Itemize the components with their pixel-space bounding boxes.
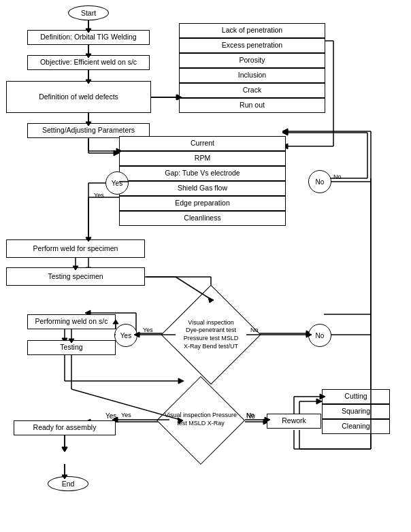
param-edge: Edge preparation — [119, 196, 286, 211]
param-clean: Cleanliness — [119, 211, 286, 226]
ready-assembly-box: Ready for assembly — [14, 420, 116, 435]
svg-text:Yes: Yes — [143, 327, 153, 333]
weld-defects-box: Definition of weld defects — [6, 81, 151, 113]
yes-circle-2: Yes — [114, 324, 137, 347]
param-shield: Shield Gas flow — [119, 181, 286, 196]
defect-excess: Excess penetration — [179, 38, 325, 53]
svg-text:No: No — [333, 173, 342, 180]
big-diamond-1: Visual inspection Dye-penetrant test Pre… — [176, 299, 246, 370]
perform-weld-box: Perform weld for specimen — [6, 239, 145, 258]
performing-weld-sc-box: Performing weld on s/c — [27, 314, 116, 329]
bottom-diamond: Visual inspection Pressure test MSLD X-R… — [157, 389, 245, 450]
rework-cutting: Cutting — [322, 389, 390, 404]
rework-box: Rework — [267, 414, 321, 429]
svg-marker-16 — [114, 150, 119, 156]
no-circle-2: No — [308, 324, 331, 347]
svg-text:Yes: Yes — [94, 192, 104, 199]
svg-marker-106 — [62, 448, 67, 452]
param-current: Current — [119, 136, 286, 151]
yes-circle-1: Yes — [105, 171, 129, 195]
defect-inclusion: Inclusion — [179, 68, 325, 83]
yes-label-bottom: Yes — [105, 412, 116, 420]
testing-box: Testing — [27, 340, 116, 355]
defect-lack: Lack of penetration — [179, 23, 325, 38]
svg-marker-54 — [316, 399, 322, 404]
defect-porosity: Porosity — [179, 53, 325, 68]
no-circle-1: No — [308, 170, 331, 193]
no-label-bottom: No — [246, 412, 255, 420]
orbital-tig-box: Definition: Orbital TIG Welding — [27, 30, 150, 45]
svg-text:Yes: Yes — [121, 412, 131, 418]
flowchart: Start Definition: Orbital TIG Welding Ob… — [0, 0, 411, 532]
defect-crack: Crack — [179, 83, 325, 98]
rework-cleaning: Cleaning — [322, 419, 390, 434]
objective-box: Objective: Efficient weld on s/c — [27, 55, 150, 70]
start-oval: Start — [68, 5, 109, 20]
svg-marker-78 — [282, 129, 288, 134]
svg-marker-43 — [178, 378, 184, 384]
svg-marker-47 — [62, 447, 67, 452]
end-oval: End — [48, 476, 88, 491]
param-rpm: RPM — [119, 151, 286, 166]
testing-specimen-box: Testing specimen — [6, 267, 145, 286]
rework-squaring: Squaring — [322, 404, 390, 419]
svg-marker-23 — [282, 130, 288, 135]
defect-runout: Run out — [179, 98, 325, 113]
param-gap: Gap: Tube Vs electrode — [119, 166, 286, 181]
